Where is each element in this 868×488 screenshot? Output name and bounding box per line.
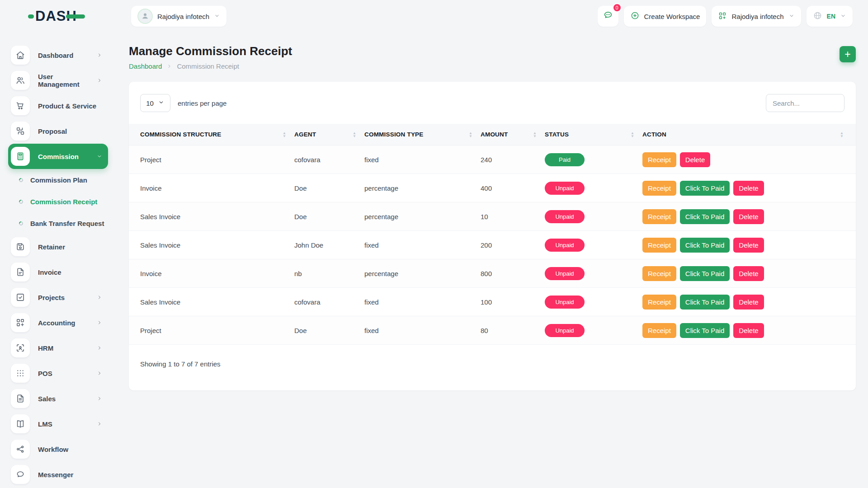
user-menu-label: Rajodiya infotech — [157, 13, 209, 20]
table-row: Invoicenbpercentage800UnpaidReceiptClick… — [129, 259, 856, 288]
bullet-icon — [18, 221, 24, 226]
sidebar-item-product-service[interactable]: Product & Service — [8, 93, 108, 118]
person-scan-icon-box — [11, 338, 30, 357]
calculator-icon-box — [11, 147, 30, 166]
sort-arrows-icon[interactable]: ▲▼ — [353, 131, 356, 138]
cell-type: fixed — [364, 327, 481, 334]
cell-type: percentage — [364, 270, 481, 277]
entries-per-page-value: 10 — [146, 99, 154, 107]
delete-button[interactable]: Delete — [733, 323, 764, 338]
chevron-right-icon — [96, 370, 103, 376]
chevron-down-icon — [788, 13, 795, 19]
click-to-paid-button[interactable]: Click To Paid — [680, 295, 730, 310]
sidebar-item-commission[interactable]: Commission — [8, 144, 108, 169]
click-to-paid-button[interactable]: Click To Paid — [680, 181, 730, 196]
bullet-icon — [18, 177, 24, 183]
click-to-paid-button[interactable]: Click To Paid — [680, 238, 730, 253]
column-header-agent[interactable]: AGENT▲▼ — [294, 124, 364, 145]
receipt-button[interactable]: Receipt — [642, 181, 676, 196]
click-to-paid-button[interactable]: Click To Paid — [680, 323, 730, 338]
sidebar-item-proposal[interactable]: Proposal — [8, 118, 108, 144]
cell-agent: cofovara — [294, 156, 364, 164]
messages-button[interactable]: 0 — [598, 6, 618, 27]
cell-actions: ReceiptClick To PaidDelete — [642, 266, 844, 281]
sort-arrows-icon[interactable]: ▲▼ — [631, 131, 634, 138]
receipt-button[interactable]: Receipt — [642, 238, 676, 253]
receipt-button[interactable]: Receipt — [642, 209, 676, 224]
delete-button[interactable]: Delete — [733, 238, 764, 253]
column-header-amount[interactable]: AMOUNT▲▼ — [481, 124, 545, 145]
sidebar-item-sales[interactable]: Sales — [8, 386, 108, 411]
sidebar-item-invoice[interactable]: Invoice — [8, 259, 108, 285]
sidebar-item-label: Sales — [38, 395, 88, 403]
sidebar-item-hrm[interactable]: HRM — [8, 335, 108, 361]
sidebar-item-label: HRM — [38, 344, 88, 352]
breadcrumb-dashboard-link[interactable]: Dashboard — [129, 62, 162, 70]
sidebar-item-commission-plan[interactable]: Commission Plan — [8, 169, 108, 191]
chevron-down-icon — [96, 153, 103, 160]
column-header-status[interactable]: STATUS▲▼ — [545, 124, 642, 145]
entries-control: 10 entries per page — [140, 94, 226, 112]
sidebar-item-pos[interactable]: POS — [8, 361, 108, 386]
create-workspace-button[interactable]: Create Workspace — [624, 6, 707, 27]
delete-button[interactable]: Delete — [733, 181, 764, 196]
chevron-right-icon — [96, 345, 103, 351]
delete-button[interactable]: Delete — [733, 209, 764, 224]
sidebar-item-bank-transfer-request[interactable]: Bank Transfer Request — [8, 212, 108, 234]
delete-button[interactable]: Delete — [733, 266, 764, 281]
column-header-label: AGENT — [294, 131, 316, 138]
cell-amount: 80 — [481, 327, 545, 334]
sort-arrows-icon[interactable]: ▲▼ — [840, 131, 844, 138]
check-square-icon — [15, 292, 25, 302]
cell-actions: ReceiptClick To PaidDelete — [642, 323, 844, 338]
language-menu[interactable]: EN — [807, 6, 853, 27]
sort-arrows-icon[interactable]: ▲▼ — [533, 131, 537, 138]
sidebar-item-dashboard[interactable]: Dashboard — [8, 42, 108, 68]
sidebar-item-workflow[interactable]: Workflow — [8, 436, 108, 462]
cell-structure: Invoice — [140, 184, 294, 192]
sidebar-item-retainer[interactable]: Retainer — [8, 234, 108, 259]
swap-boxes-icon-box — [11, 122, 30, 141]
entries-per-page-select[interactable]: 10 — [140, 94, 170, 112]
book-icon — [15, 419, 25, 429]
cell-type: fixed — [364, 298, 481, 306]
sidebar-item-projects[interactable]: Projects — [8, 285, 108, 310]
sort-arrows-icon[interactable]: ▲▼ — [469, 131, 472, 138]
chevron-right-icon — [96, 319, 103, 326]
delete-button[interactable]: Delete — [680, 152, 710, 167]
column-header-action[interactable]: ACTION▲▼ — [642, 124, 844, 145]
logo-accent-dot — [28, 14, 34, 19]
click-to-paid-button[interactable]: Click To Paid — [680, 209, 730, 224]
receipt-button[interactable]: Receipt — [642, 323, 676, 338]
receipt-button[interactable]: Receipt — [642, 266, 676, 281]
receipt-button[interactable]: Receipt — [642, 295, 676, 310]
sidebar-item-accounting[interactable]: Accounting — [8, 310, 108, 335]
sidebar: DashboardUser ManagementProduct & Servic… — [0, 33, 115, 488]
cart-icon-box — [11, 96, 30, 115]
grid-plus-icon — [15, 318, 25, 328]
column-header-commission-structure[interactable]: COMMISSION STRUCTURE▲▼ — [140, 124, 294, 145]
brand-logo[interactable]: DASH — [28, 8, 85, 24]
column-header-label: ACTION — [642, 131, 666, 138]
status-badge: Unpaid — [545, 267, 585, 280]
workspace-menu[interactable]: Rajodiya infotech — [712, 6, 801, 27]
search-input[interactable] — [766, 94, 844, 112]
cell-status: Unpaid — [545, 324, 642, 337]
sidebar-item-messenger[interactable]: Messenger — [8, 462, 108, 487]
status-badge: Unpaid — [545, 182, 585, 195]
dots-grid-icon-box — [11, 364, 30, 383]
click-to-paid-button[interactable]: Click To Paid — [680, 266, 730, 281]
column-header-commission-type[interactable]: COMMISSION TYPE▲▼ — [364, 124, 481, 145]
user-menu[interactable]: Rajodiya infotech — [131, 6, 226, 27]
sidebar-item-lms[interactable]: LMS — [8, 411, 108, 436]
add-commission-receipt-button[interactable]: + — [840, 46, 856, 62]
chevron-right-icon — [96, 52, 103, 58]
cell-amount: 240 — [481, 156, 545, 164]
sidebar-item-user-management[interactable]: User Management — [8, 68, 108, 93]
users-icon — [15, 75, 25, 85]
sort-arrows-icon[interactable]: ▲▼ — [283, 131, 286, 138]
cell-actions: ReceiptClick To PaidDelete — [642, 181, 844, 196]
sidebar-item-commission-receipt[interactable]: Commission Receipt — [8, 191, 108, 212]
delete-button[interactable]: Delete — [733, 295, 764, 310]
receipt-button[interactable]: Receipt — [642, 152, 676, 167]
